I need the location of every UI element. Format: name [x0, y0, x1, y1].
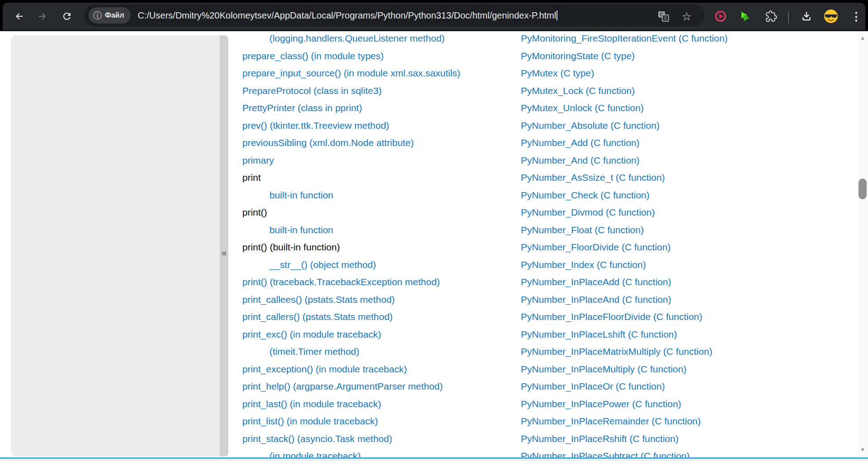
index-entry-link[interactable]: print_stack() (asyncio.Task method): [242, 433, 392, 444]
index-entry-link[interactable]: primary: [242, 155, 274, 165]
index-entry-link[interactable]: PyNumber_InPlaceLshift (C function): [521, 329, 677, 339]
index-entry: PyNumber_InPlaceOr (C function): [521, 378, 728, 395]
index-entry: previousSibling (xml.dom.Node attribute): [242, 134, 460, 152]
index-entry-link[interactable]: print_exc() (in module traceback): [242, 329, 381, 339]
index-entry-link[interactable]: PyNumber_InPlaceAnd (C function): [521, 294, 671, 305]
index-entry: PyNumber_Divmod (C function): [521, 204, 728, 221]
index-entry: PyNumber_Check (C function): [521, 187, 728, 204]
index-entry: print(): [242, 204, 460, 221]
index-entry-link[interactable]: print_help() (argparse.ArgumentParser me…: [242, 381, 443, 391]
url-text[interactable]: C:/Users/Dmitry%20Kolomeytsev/AppData/Lo…: [138, 10, 558, 21]
index-entry-link[interactable]: PrettyPrinter (class in pprint): [242, 103, 362, 113]
index-entry-link[interactable]: prev() (tkinter.ttk.Treeview method): [242, 120, 389, 131]
index-entry-link[interactable]: PyMutex_Unlock (C function): [521, 103, 644, 113]
forward-icon[interactable]: [36, 10, 48, 23]
browser-toolbar: ⓘ Файл C:/Users/Dmitry%20Kolomeytsev/App…: [3, 3, 865, 30]
index-entry-link[interactable]: PyMonitoringState (C type): [521, 51, 635, 61]
index-entry-link[interactable]: PyNumber_FloorDivide (C function): [521, 242, 670, 252]
scrollbar-thumb[interactable]: [859, 179, 867, 199]
index-entry: print_last() (in module traceback): [242, 395, 460, 413]
index-entry-link[interactable]: PyNumber_Divmod (C function): [521, 207, 655, 217]
index-entry-link[interactable]: (in module traceback): [269, 451, 361, 457]
index-entry: primary: [242, 152, 460, 169]
index-entry-link[interactable]: (timeit.Timer method): [269, 346, 359, 357]
index-entry: print_list() (in module traceback): [242, 413, 460, 430]
index-entry-link[interactable]: print_last() (in module traceback): [242, 399, 381, 409]
scroll-down-icon[interactable]: ▼: [857, 447, 868, 453]
index-entry-link[interactable]: PyNumber_Float (C function): [521, 225, 644, 235]
index-entry-link[interactable]: PyNumber_Index (C function): [521, 259, 646, 270]
index-entry: PyNumber_And (C function): [521, 152, 728, 169]
index-column-right: PyMonitoring_FireStopIterationEvent (C f…: [521, 31, 728, 457]
index-entry-link[interactable]: PyMutex (C type): [521, 68, 594, 78]
extension-green-play-icon[interactable]: [739, 10, 752, 23]
menu-dots-icon[interactable]: ⋮: [850, 10, 863, 23]
address-bar[interactable]: ⓘ Файл C:/Users/Dmitry%20Kolomeytsev/App…: [84, 5, 704, 26]
bottom-strip: [0, 459, 868, 461]
index-entry-link[interactable]: PyNumber_InPlaceOr (C function): [521, 381, 665, 391]
index-entry-link[interactable]: PyNumber_InPlaceSubtract (C function): [521, 451, 690, 457]
index-entry-link[interactable]: print_callers() (pstats.Stats method): [242, 311, 393, 322]
index-entry-link[interactable]: (logging.handlers.QueueListener method): [269, 33, 445, 43]
index-entry-link[interactable]: print_exception() (in module traceback): [242, 364, 407, 374]
index-entry: PyMutex_Lock (C function): [521, 82, 728, 100]
index-entry-link[interactable]: prepare_input_source() (in module xml.sa…: [242, 68, 460, 78]
site-info-chip[interactable]: ⓘ Файл: [89, 7, 131, 24]
index-entry-link[interactable]: PyNumber_Add (C function): [521, 137, 640, 148]
index-entry: print_exc() (in module traceback): [242, 326, 460, 343]
index-entry-link[interactable]: PyNumber_InPlaceMatrixMultiply (C functi…: [521, 346, 712, 357]
index-entry-link[interactable]: PyNumber_And (C function): [521, 155, 640, 165]
index-entry-link[interactable]: __str__() (object method): [269, 259, 376, 270]
reload-icon[interactable]: [61, 10, 73, 23]
index-entry-link[interactable]: PyNumber_InPlaceMultiply (C function): [521, 364, 686, 374]
back-icon[interactable]: [13, 10, 26, 23]
page-scrollbar[interactable]: ▲ ▼: [857, 31, 868, 457]
index-entry-link[interactable]: prepare_class() (in module types): [242, 51, 384, 61]
index-entry: PyMonitoringState (C type): [521, 47, 728, 65]
sidebar-panel: [11, 35, 220, 456]
index-entry-link[interactable]: PyNumber_Check (C function): [521, 190, 650, 200]
index-entry: PyNumber_InPlaceFloorDivide (C function): [521, 308, 728, 326]
index-entry-link[interactable]: print() (traceback.TracebackException me…: [242, 277, 440, 287]
index-entry-link[interactable]: PyNumber_Absolute (C function): [521, 120, 660, 131]
index-entry: print_callees() (pstats.Stats method): [242, 291, 460, 309]
toolbar-separator: [788, 11, 789, 23]
translate-icon[interactable]: G 文: [657, 10, 670, 23]
text-caret: [557, 10, 557, 20]
index-entry: built-in function: [242, 187, 460, 204]
bookmark-star-icon[interactable]: ☆: [680, 10, 693, 23]
index-entry-link: print() (built-in function): [242, 242, 340, 252]
index-column-left: (logging.handlers.QueueListener method)p…: [242, 31, 460, 457]
index-entry: PyNumber_InPlaceAnd (C function): [521, 291, 728, 309]
index-entry: (logging.handlers.QueueListener method): [242, 31, 460, 47]
index-entry-link[interactable]: PyNumber_InPlaceRemainder (C function): [521, 416, 701, 426]
index-entry: prev() (tkinter.ttk.Treeview method): [242, 117, 460, 135]
index-entry: print_stack() (asyncio.Task method): [242, 430, 460, 448]
index-entry: PrepareProtocol (class in sqlite3): [242, 82, 460, 100]
index-entry-link[interactable]: PyNumber_InPlaceRshift (C function): [521, 433, 679, 444]
index-entry-link[interactable]: print_callees() (pstats.Stats method): [242, 294, 395, 305]
index-entry: PyNumber_FloorDivide (C function): [521, 239, 728, 256]
scroll-up-icon[interactable]: ▲: [857, 35, 868, 41]
extensions-puzzle-icon[interactable]: [765, 10, 778, 23]
index-entry-link[interactable]: PyMonitoring_FireStopIterationEvent (C f…: [521, 33, 728, 43]
index-entry-link[interactable]: PyNumber_AsSsize_t (C function): [521, 172, 665, 183]
index-entry-link[interactable]: print_list() (in module traceback): [242, 416, 378, 426]
index-entry-link[interactable]: previousSibling (xml.dom.Node attribute): [242, 137, 414, 148]
index-entry-link[interactable]: PyNumber_InPlaceFloorDivide (C function): [521, 311, 703, 322]
collapse-chevron-icon: «: [220, 246, 228, 259]
extension-red-play-icon[interactable]: [714, 10, 727, 23]
index-entry-link[interactable]: PrepareProtocol (class in sqlite3): [242, 85, 382, 96]
index-entry-link[interactable]: PyNumber_InPlacePower (C function): [521, 399, 681, 409]
profile-avatar[interactable]: [824, 9, 838, 24]
downloads-icon[interactable]: [800, 10, 813, 23]
index-entry: PyMutex (C type): [521, 65, 728, 82]
sidebar-collapse-handle[interactable]: «: [220, 35, 228, 456]
index-entry-link[interactable]: PyNumber_InPlaceAdd (C function): [521, 277, 671, 287]
index-entry: PyMutex_Unlock (C function): [521, 99, 728, 117]
index-entry-link[interactable]: built-in function: [269, 225, 333, 235]
index-entry-link[interactable]: built-in function: [269, 190, 333, 200]
index-entry-link[interactable]: PyMutex_Lock (C function): [521, 85, 635, 96]
index-entry: PyNumber_InPlaceLshift (C function): [521, 326, 728, 343]
index-entry-link: print: [242, 172, 261, 183]
